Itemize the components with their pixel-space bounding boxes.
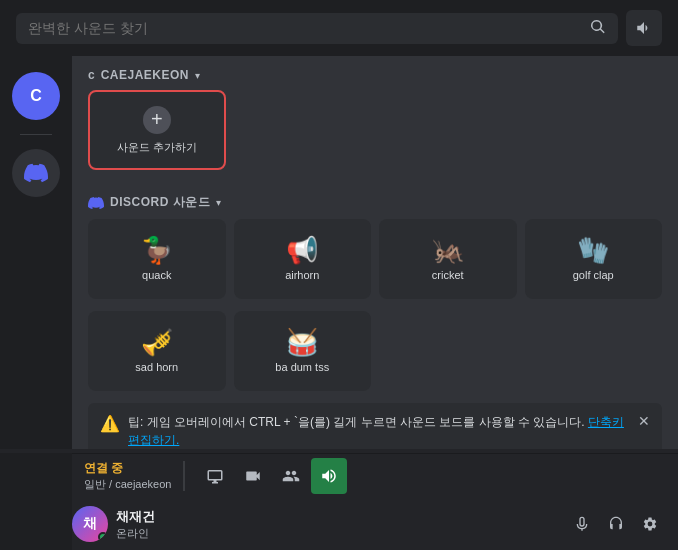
golf-clap-label: golf clap: [573, 269, 614, 281]
user-controls: [566, 508, 666, 540]
mic-button[interactable]: [566, 508, 598, 540]
server-icon-c[interactable]: C: [12, 72, 60, 120]
airhorn-emoji: 📢: [286, 237, 318, 263]
sound-card-airhorn[interactable]: 📢 airhorn: [234, 219, 372, 299]
add-sound-label: 사운드 추가하기: [117, 140, 197, 154]
volume-icon: [635, 19, 653, 37]
sound-card-sad-horn[interactable]: 🎺 sad horn: [88, 311, 226, 391]
discord-logo[interactable]: [12, 149, 60, 197]
camera-icon: [244, 467, 262, 485]
tip-warning-icon: ⚠️: [100, 414, 120, 433]
online-status-indicator: [98, 532, 108, 542]
settings-button[interactable]: [634, 508, 666, 540]
user-section-chevron: ▾: [195, 70, 200, 81]
sad-horn-label: sad horn: [135, 361, 178, 373]
voice-toolbar: [197, 458, 347, 494]
left-sidebar: C: [0, 56, 72, 449]
search-icon: [590, 19, 606, 35]
user-avatar: 채: [72, 506, 108, 542]
discord-section-header[interactable]: DISCORD 사운드 ▾: [88, 182, 662, 219]
user-names: 채재건 온라인: [116, 508, 155, 541]
search-icon-button[interactable]: [590, 19, 606, 38]
discord-icon: [24, 161, 48, 185]
user-display-name: 채재건: [116, 508, 155, 526]
bottom-panel: 채 채재건 온라인: [0, 498, 678, 550]
sad-horn-emoji: 🎺: [141, 329, 173, 355]
connecting-sub-text: 일반 / caejaekeon: [84, 477, 171, 492]
search-input[interactable]: [28, 20, 582, 36]
add-sound-card[interactable]: + 사운드 추가하기: [88, 90, 226, 170]
quack-emoji: 🦆: [141, 237, 173, 263]
settings-icon: [642, 516, 658, 532]
quack-label: quack: [142, 269, 171, 281]
sound-card-quack[interactable]: 🦆 quack: [88, 219, 226, 299]
headphone-button[interactable]: [600, 508, 632, 540]
golf-clap-emoji: 🧤: [577, 237, 609, 263]
sound-grid-row2: 🎺 sad horn 🥁 ba dum tss: [88, 311, 662, 391]
search-bar: [0, 0, 678, 56]
camera-button[interactable]: [235, 458, 271, 494]
sound-grid-row1: 🦆 quack 📢 airhorn 🦗 cricket 🧤 golf clap: [88, 219, 662, 299]
airhorn-label: airhorn: [285, 269, 319, 281]
user-status: 온라인: [116, 526, 155, 541]
headphone-icon: [608, 516, 624, 532]
soundboard-button[interactable]: [311, 458, 347, 494]
screen-share-icon: [206, 467, 224, 485]
avatar-letter: 채: [83, 515, 97, 533]
people-icon: [282, 467, 300, 485]
sound-card-ba-dum-tss[interactable]: 🥁 ba dum tss: [234, 311, 372, 391]
user-section-header[interactable]: c CAEJAEKEON ▾: [88, 56, 662, 90]
soundboard-icon: [320, 467, 338, 485]
add-sound-plus-icon: +: [143, 106, 171, 134]
user-section-name: CAEJAEKEON: [101, 68, 189, 82]
discord-section-chevron: ▾: [216, 197, 221, 208]
people-button[interactable]: [273, 458, 309, 494]
server-icon-label: C: [30, 87, 42, 105]
sound-card-cricket[interactable]: 🦗 cricket: [379, 219, 517, 299]
tip-link[interactable]: 단축키 편집하기.: [128, 415, 624, 447]
connecting-status-text: 연결 중: [84, 460, 171, 477]
ba-dum-tss-label: ba dum tss: [275, 361, 329, 373]
tip-close-button[interactable]: ✕: [638, 413, 650, 429]
user-section-c-label: c: [88, 68, 95, 82]
discord-small-icon: [88, 195, 104, 211]
cricket-emoji: 🦗: [432, 237, 464, 263]
tip-text: 팁: 게임 오버레이에서 CTRL + `을(를) 길게 누르면 사운드 보드를…: [128, 413, 630, 449]
ba-dum-tss-emoji: 🥁: [286, 329, 318, 355]
connecting-bar: 연결 중 일반 / caejaekeon: [0, 449, 678, 498]
mic-icon: [574, 516, 590, 532]
volume-icon-button[interactable]: [626, 10, 662, 46]
discord-section-name: DISCORD 사운드: [110, 194, 210, 211]
search-input-wrapper: [16, 13, 618, 44]
sound-card-golf-clap[interactable]: 🧤 golf clap: [525, 219, 663, 299]
tip-banner: ⚠️ 팁: 게임 오버레이에서 CTRL + `을(를) 길게 누르면 사운드 …: [88, 403, 662, 449]
cricket-label: cricket: [432, 269, 464, 281]
screen-share-button[interactable]: [197, 458, 233, 494]
main-content: C c CAEJAEKEON ▾ + 사운드 추가하기: [0, 56, 678, 449]
connecting-divider: [183, 461, 185, 491]
sound-panel: c CAEJAEKEON ▾ + 사운드 추가하기 DISCORD 사운드 ▾ …: [72, 56, 678, 449]
